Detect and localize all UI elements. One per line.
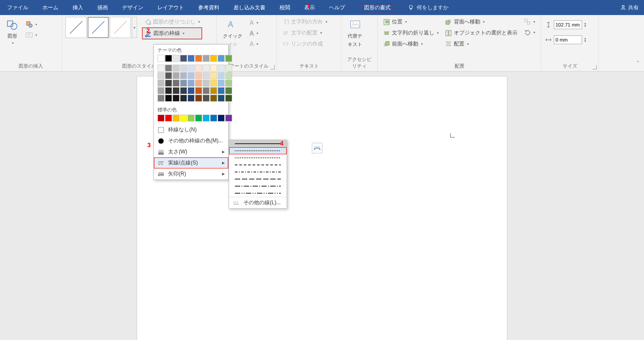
tab-help[interactable]: ヘルプ — [322, 0, 352, 15]
dash-option-long-dash-dot[interactable] — [229, 183, 287, 190]
weight-item[interactable]: 太さ(W)▶ — [154, 146, 228, 157]
no-outline-item[interactable]: 枠線なし(N) — [154, 124, 228, 135]
share-button[interactable]: 共有 — [620, 0, 639, 15]
color-swatch[interactable] — [172, 72, 180, 79]
color-swatch[interactable] — [225, 87, 232, 94]
dashes-item[interactable]: 実線/点線(S)▶ — [154, 157, 228, 168]
color-swatch[interactable] — [218, 95, 225, 102]
dialog-launcher-icon[interactable] — [270, 65, 275, 69]
width-field[interactable]: ▲▼ — [545, 35, 586, 44]
selection-pane-button[interactable]: オブジェクトの選択と表示 — [443, 28, 519, 38]
color-swatch[interactable] — [165, 72, 172, 79]
color-swatch[interactable] — [188, 95, 195, 102]
textbox-button[interactable]: ▾ — [24, 30, 39, 40]
color-swatch[interactable] — [195, 55, 202, 62]
color-swatch[interactable] — [195, 65, 202, 72]
color-swatch[interactable] — [225, 55, 232, 62]
dash-option-long-dash-dot-dot[interactable] — [229, 190, 287, 197]
color-swatch[interactable] — [180, 72, 187, 79]
style-thumb-2[interactable] — [88, 17, 109, 38]
shape-outline-button[interactable]: 図形の枠線▾ — [142, 28, 202, 39]
align-button[interactable]: 配置▾ — [443, 39, 519, 49]
color-swatch[interactable] — [165, 65, 172, 72]
color-swatch[interactable] — [172, 65, 180, 72]
spinner[interactable]: ▲▼ — [584, 22, 586, 27]
color-swatch[interactable] — [157, 115, 165, 122]
rotate-button[interactable]: ▾ — [522, 27, 537, 37]
color-swatch[interactable] — [180, 80, 187, 87]
color-swatch[interactable] — [188, 72, 195, 79]
dash-option-long-dash[interactable] — [229, 176, 287, 183]
height-input[interactable] — [554, 20, 582, 29]
color-swatch[interactable] — [203, 87, 210, 94]
color-swatch[interactable] — [203, 80, 210, 87]
color-swatch[interactable] — [180, 115, 187, 122]
wrap-text-button[interactable]: 文字列の折り返し▾ — [381, 28, 441, 38]
color-swatch[interactable] — [188, 87, 195, 94]
color-swatch[interactable] — [157, 87, 165, 94]
color-swatch[interactable] — [210, 87, 217, 94]
bring-forward-button[interactable]: 前面へ移動▾ — [381, 39, 441, 49]
color-swatch[interactable] — [210, 65, 217, 72]
color-swatch[interactable] — [210, 115, 217, 122]
group-objects-button[interactable]: ▾ — [522, 17, 537, 27]
color-swatch[interactable] — [210, 95, 217, 102]
color-swatch[interactable] — [210, 72, 217, 79]
color-swatch[interactable] — [218, 55, 225, 62]
color-swatch[interactable] — [172, 87, 180, 94]
arrows-item[interactable]: 矢印(R)▶ — [154, 168, 228, 180]
tab-references[interactable]: 参考資料 — [191, 0, 226, 15]
color-swatch[interactable] — [157, 55, 165, 62]
color-swatch[interactable] — [195, 80, 202, 87]
shapes-button[interactable]: 図形 ▾ — [4, 17, 21, 47]
dash-option-solid[interactable] — [229, 140, 287, 147]
position-button[interactable]: 位置▾ — [381, 17, 441, 27]
more-outline-colors-item[interactable]: その他の枠線の色(M)... — [154, 135, 228, 146]
color-swatch[interactable] — [218, 65, 225, 72]
dash-option-dash-dot[interactable] — [229, 168, 287, 176]
shape-fill-button[interactable]: 図形の塗りつぶし▾ — [142, 17, 202, 27]
color-swatch[interactable] — [195, 115, 202, 122]
color-swatch[interactable] — [172, 80, 180, 87]
text-outline-button[interactable]: A▾ — [248, 28, 260, 38]
tab-design[interactable]: デザイン — [115, 0, 150, 15]
color-swatch[interactable] — [203, 72, 210, 79]
collapse-ribbon-icon[interactable]: ⌃ — [636, 60, 640, 65]
spinner[interactable]: ▲▼ — [584, 37, 586, 42]
tab-review[interactable]: 校閲 — [272, 0, 297, 15]
color-swatch[interactable] — [188, 65, 195, 72]
color-swatch[interactable] — [210, 80, 217, 87]
color-swatch[interactable] — [165, 80, 172, 87]
color-swatch[interactable] — [157, 80, 165, 87]
color-swatch[interactable] — [172, 115, 180, 122]
color-swatch[interactable] — [218, 72, 225, 79]
more-lines-item[interactable]: その他の線(L)... — [229, 197, 287, 208]
tab-mailings[interactable]: 差し込み文書 — [226, 0, 272, 15]
dash-option-square-dot[interactable] — [229, 154, 287, 161]
width-input[interactable] — [554, 35, 582, 44]
color-swatch[interactable] — [225, 95, 232, 102]
color-swatch[interactable] — [165, 95, 172, 102]
color-swatch[interactable] — [225, 65, 232, 72]
color-swatch[interactable] — [180, 65, 187, 72]
tab-home[interactable]: ホーム — [35, 0, 65, 15]
alt-text-button[interactable]: 代替テ キスト — [345, 17, 365, 50]
color-swatch[interactable] — [225, 115, 232, 122]
color-swatch[interactable] — [195, 72, 202, 79]
color-swatch[interactable] — [203, 115, 210, 122]
align-text-button[interactable]: 文字の配置▾ — [280, 28, 329, 38]
color-swatch[interactable] — [172, 55, 180, 62]
color-swatch[interactable] — [165, 87, 172, 94]
color-swatch[interactable] — [203, 55, 210, 62]
color-swatch[interactable] — [210, 55, 217, 62]
color-swatch[interactable] — [157, 65, 165, 72]
color-swatch[interactable] — [165, 55, 172, 62]
tell-me[interactable]: 何をしますか — [408, 0, 448, 15]
tab-file[interactable]: ファイル — [0, 0, 35, 15]
color-swatch[interactable] — [218, 115, 225, 122]
dialog-launcher-icon[interactable] — [592, 65, 597, 69]
tab-draw[interactable]: 描画 — [90, 0, 115, 15]
style-gallery-more[interactable]: ▾ — [132, 17, 137, 38]
color-swatch[interactable] — [225, 80, 232, 87]
tab-insert[interactable]: 挿入 — [65, 0, 90, 15]
